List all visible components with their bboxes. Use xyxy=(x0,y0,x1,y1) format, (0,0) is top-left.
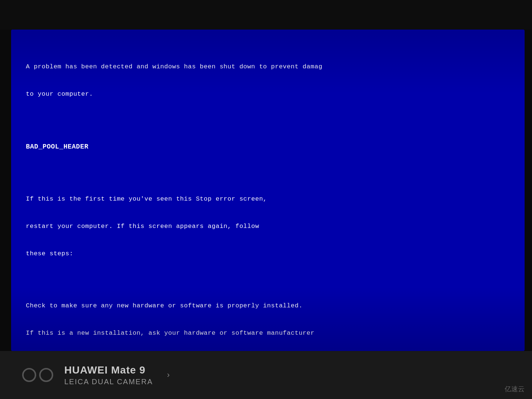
bsod-s2-l2: If this is a new installation, ask your … xyxy=(26,329,521,338)
monitor-screen: A problem has been detected and windows … xyxy=(11,30,525,351)
error-code: BAD_POOL_HEADER xyxy=(26,142,521,151)
gap-2 xyxy=(26,170,521,177)
camera-lens-right xyxy=(39,368,53,382)
camera-lens-left xyxy=(22,368,36,382)
bsod-line-2: to your computer. xyxy=(26,90,521,99)
bsod-s1-l1: If this is the first time you've seen th… xyxy=(26,195,521,204)
bsod-s1-l2: restart your computer. If this screen ap… xyxy=(26,222,521,231)
watermark: 亿速云 xyxy=(505,385,525,393)
watermark-text: 亿速云 xyxy=(505,385,525,393)
phone-bar: HUAWEI Mate 9 LEICA DUAL CAMERA › xyxy=(0,351,532,399)
gap-3 xyxy=(26,277,521,283)
bsod-s2-l1: Check to make sure any new hardware or s… xyxy=(26,301,521,311)
camera-circles xyxy=(22,368,53,382)
phone-model: HUAWEI Mate 9 xyxy=(64,364,153,376)
bsod-line-1: A problem has been detected and windows … xyxy=(26,62,521,72)
camera-label: LEICA DUAL CAMERA xyxy=(64,378,153,386)
photo-frame: A problem has been detected and windows … xyxy=(0,0,532,399)
gap-1 xyxy=(26,117,521,124)
phone-info: HUAWEI Mate 9 LEICA DUAL CAMERA xyxy=(64,364,153,386)
top-border xyxy=(0,0,532,30)
chevron-icon: › xyxy=(167,370,170,380)
bsod-text: A problem has been detected and windows … xyxy=(26,44,521,347)
bsod-s1-l3: these steps: xyxy=(26,249,521,259)
